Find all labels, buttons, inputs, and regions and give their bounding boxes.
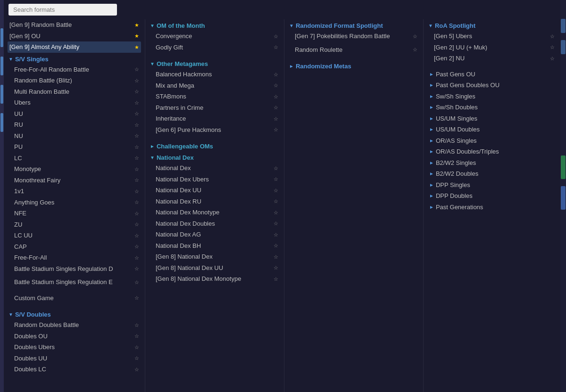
list-item[interactable]: Multi Random Battle ☆ [8,86,141,98]
star-icon[interactable]: ☆ [134,176,139,184]
star-icon[interactable]: ☆ [274,264,278,272]
star-icon[interactable]: ☆ [274,93,278,101]
list-item[interactable]: Free-For-All Random Battle ☆ [8,64,141,75]
list-item[interactable]: ZU ☆ [8,219,141,230]
star-icon[interactable]: ☆ [550,55,555,63]
list-item[interactable]: [Gen 5] Ubers ☆ [427,31,557,42]
star-icon[interactable]: ☆ [134,366,139,374]
section-header-challengeable-oms[interactable]: ► Challengeable OMs [149,140,280,151]
list-item-past-generations[interactable]: ► Past Generations [427,202,557,213]
list-item[interactable]: National Dex Doubles ☆ [149,218,280,229]
star-icon[interactable]: ☆ [274,220,278,228]
star-icon[interactable]: ☆ [413,33,417,41]
star-icon[interactable]: ☆ [134,77,139,85]
star-icon[interactable]: ☆ [134,321,139,329]
list-item-b2w2-singles[interactable]: ► B2/W2 Singles [427,157,557,169]
star-icon[interactable]: ☆ [134,143,139,151]
star-icon[interactable]: ☆ [274,209,278,217]
list-item[interactable]: LC UU ☆ [8,230,141,241]
star-icon[interactable]: ☆ [134,110,139,118]
list-item[interactable]: National Dex ☆ [149,163,280,174]
star-icon[interactable]: ☆ [134,65,139,74]
list-item[interactable]: [Gen 6] Pure Hackmons ☆ [149,124,280,136]
section-header-sv-singles[interactable]: ▼ S/V Singles [8,53,141,64]
list-item[interactable]: Partners in Crime ☆ [149,102,280,114]
star-icon[interactable]: ☆ [134,232,139,240]
star-icon[interactable]: ☆ [134,165,139,173]
list-item[interactable]: Free-For-All ☆ [8,252,141,263]
search-input[interactable] [8,4,117,16]
list-item[interactable]: Random Battle (Blitz) ☆ [8,75,141,86]
list-item[interactable]: National Dex BH ☆ [149,240,280,252]
star-icon[interactable]: ☆ [274,187,278,195]
star-icon[interactable]: ☆ [274,164,278,172]
star-icon[interactable]: ☆ [134,88,139,96]
list-item[interactable]: Random Roulette ☆ [288,44,419,56]
list-item[interactable]: PU ☆ [8,141,141,153]
star-icon[interactable]: ☆ [134,99,139,107]
star-icon[interactable]: ☆ [134,154,139,162]
star-icon[interactable]: ☆ [274,231,278,239]
list-item[interactable]: Godly Gift ☆ [149,42,280,53]
list-item[interactable]: [Gen 2] NU ☆ [427,53,557,64]
list-item-oras-doubles-triples[interactable]: ► OR/AS Doubles/Triples [427,146,557,157]
star-icon[interactable]: ☆ [134,220,139,229]
list-item[interactable]: Doubles LC ☆ [8,364,141,375]
star-icon[interactable]: ☆ [550,43,555,51]
list-item[interactable]: RU ☆ [8,119,141,131]
star-icon[interactable]: ☆ [274,82,278,90]
star-icon[interactable]: ☆ [274,275,278,283]
star-icon[interactable]: ☆ [274,197,278,205]
star-icon[interactable]: ☆ [134,343,139,351]
list-item[interactable]: National Dex RU ☆ [149,196,280,207]
list-item-dpp-doubles[interactable]: ► DPP Doubles [427,190,557,202]
star-icon[interactable]: ☆ [134,121,139,129]
star-icon[interactable]: ☆ [274,43,278,51]
list-item[interactable]: [Gen 9] Random Battle ★ [8,19,141,31]
list-item-usum-singles[interactable]: ► US/UM Singles [427,113,557,124]
star-icon[interactable]: ☆ [134,243,139,251]
star-icon[interactable]: ☆ [274,126,278,134]
list-item[interactable]: Battle Stadium Singles Regulation D ☆ [8,263,141,275]
list-item[interactable]: Monotype ☆ [8,163,141,175]
list-item[interactable]: National Dex UU ☆ [149,185,280,196]
star-icon[interactable]: ☆ [274,33,278,41]
list-item[interactable]: [Gen 8] National Dex Monotype ☆ [149,273,280,285]
right-action-btn-1[interactable] [561,155,566,179]
list-item[interactable]: National Dex Monotype ☆ [149,207,280,218]
list-item-b2w2-doubles[interactable]: ► B2/W2 Doubles [427,168,557,180]
list-item[interactable]: Monothreat Fairy ☆ [8,175,141,186]
star-icon[interactable]: ☆ [134,332,139,340]
list-item[interactable]: Random Doubles Battle ☆ [8,319,141,331]
star-icon[interactable]: ☆ [134,210,139,218]
list-item[interactable]: CAP ☆ [8,241,141,253]
star-icon[interactable]: ★ [134,32,139,40]
star-icon[interactable]: ☆ [274,175,278,183]
star-icon[interactable]: ☆ [134,254,139,262]
list-item-oras-singles[interactable]: ► OR/AS Singles [427,135,557,147]
star-icon[interactable]: ☆ [134,188,139,196]
star-icon[interactable]: ☆ [550,33,555,41]
list-item[interactable]: [Gen 2] UU (+ Muk) ☆ [427,42,557,53]
list-item[interactable]: STABmons ☆ [149,91,280,102]
star-icon[interactable]: ☆ [134,132,139,140]
list-item-past-gens-doubles-ou[interactable]: ► Past Gens Doubles OU [427,80,557,91]
list-item[interactable]: Doubles UU ☆ [8,353,141,364]
star-icon[interactable]: ☆ [274,104,278,112]
star-icon[interactable]: ☆ [274,71,278,79]
list-item[interactable]: 1v1 ☆ [8,186,141,197]
section-header-randomized-metas[interactable]: ► Randomized Metas [288,60,419,71]
list-item[interactable]: Doubles OU ☆ [8,331,141,342]
right-action-btn-2[interactable] [561,186,566,210]
star-icon[interactable]: ☆ [413,46,417,54]
star-icon[interactable]: ☆ [134,198,139,206]
list-item[interactable]: NFE ☆ [8,208,141,219]
star-icon[interactable]: ☆ [134,265,139,273]
list-item[interactable]: National Dex Ubers ☆ [149,174,280,185]
list-item-past-gens-ou[interactable]: ► Past Gens OU [427,69,557,80]
list-item-custom-game[interactable]: Custom Game ☆ [8,293,141,304]
list-item-swsh-doubles[interactable]: ► Sw/Sh Doubles [427,102,557,113]
section-header-national-dex[interactable]: ▼ National Dex [149,151,280,163]
list-item-dpp-singles[interactable]: ► DPP Singles [427,180,557,191]
list-item-swsh-singles[interactable]: ► Sw/Sh Singles [427,91,557,102]
